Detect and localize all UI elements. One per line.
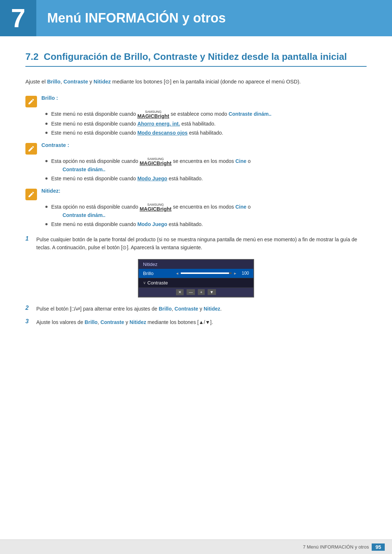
menu-title-bar: Nitidez — [139, 260, 253, 269]
brillo-bullet-3: Este menú no está disponible cuando Modo… — [45, 129, 367, 137]
step-3: 3 Ajuste los valores de Brillo, Contrast… — [25, 318, 367, 326]
nitidez-bullet-1: Esta opción no está disponible cuando SA… — [45, 203, 367, 219]
contraste-title: Contraste : — [41, 142, 69, 148]
nitidez-note-block: Nitidez: — [25, 188, 367, 200]
ahorro-energ-link: Ahorro energ. int. — [137, 121, 180, 127]
contraste-bullet-1-text: Esta opción no está disponible cuando SA… — [51, 157, 250, 173]
brillo-bullet-3-text: Este menú no está disponible cuando Modo… — [51, 129, 223, 137]
note-pencil-icon — [28, 98, 35, 105]
menu-brillo-label: Brillo — [143, 271, 175, 276]
step-number-3: 3 — [25, 318, 36, 325]
chapter-header: 7 Menú INFORMACIÓN y otros — [0, 0, 392, 36]
page-footer: 7 Menú INFORMACIÓN y otros 95 — [0, 539, 392, 554]
menu-contraste-label: Contraste — [147, 280, 249, 286]
brillo-note-block: Brillo : — [25, 95, 367, 107]
nitidez-bullet-2-text: Este menú no está disponible cuando Modo… — [51, 221, 203, 228]
bullet-dot — [45, 223, 48, 225]
menu-screenshot: Nitidez Brillo ◄ ► 100 ∨ Contraste ✕ — [138, 259, 254, 297]
step2-brillo: Brillo — [159, 306, 172, 312]
menu-slider-area: ◄ ► 100 — [175, 271, 249, 276]
note-pencil-icon-3 — [28, 191, 35, 198]
nitidez-title: Nitidez: — [41, 188, 60, 194]
contraste-bullet-2: Este menú no está disponible cuando Modo… — [45, 175, 367, 182]
step3-brillo: Brillo — [85, 319, 98, 325]
nitidez-note-icon — [25, 189, 37, 200]
bullet-dot — [45, 160, 48, 162]
brillo-bullet-1: Este menú no está disponible cuando SAMS… — [45, 110, 367, 119]
chevron-icon: ∨ — [143, 280, 146, 285]
step-1: 1 Pulse cualquier botón de la parte fron… — [25, 235, 367, 252]
magic-bright-1: SAMSUNGMAGICBright — [137, 110, 169, 119]
menu-btn-minus[interactable]: — — [187, 289, 195, 295]
brillo-bullet-2-text: Este menú no está disponible cuando Ahor… — [51, 120, 216, 128]
menu-slider-track — [181, 272, 232, 274]
bullet-dot — [45, 113, 48, 115]
step2-contraste: Contraste — [175, 306, 198, 312]
modo-juego-bold: Modo Juego — [137, 221, 167, 227]
menu-arrow-left: ◄ — [175, 271, 179, 275]
intro-comma1: , — [61, 79, 64, 85]
step-2: 2 Pulse el botón [□/⇄] para alternar ent… — [25, 305, 367, 313]
menu-row-brillo: Brillo ◄ ► 100 — [139, 269, 253, 278]
contraste-dinamico-3: Contraste dinám.. — [62, 212, 105, 218]
intro-contraste: Contraste — [64, 79, 88, 85]
menu-btn-plus[interactable]: + — [198, 289, 204, 295]
magic-bright-3: SAMSUNGMAGICBright — [140, 203, 172, 212]
section-heading: 7.2 Configuración de Brillo, Contraste y… — [25, 51, 367, 67]
intro-brillo: Brillo — [47, 79, 61, 85]
note-pencil-icon-2 — [28, 145, 35, 152]
section-title: Configuración de Brillo, Contraste y Nit… — [44, 51, 347, 62]
chapter-title: Menú INFORMACIÓN y otros — [36, 11, 226, 26]
menu-row-contraste: ∨ Contraste — [139, 278, 253, 288]
menu-slider-fill — [181, 272, 229, 274]
step-3-text: Ajuste los valores de Brillo, Contraste … — [36, 318, 213, 326]
menu-btn-down[interactable]: ▼ — [208, 289, 216, 295]
modo-juego-link-1: Modo Juego — [137, 176, 167, 181]
brillo-bullet-2: Este menú no está disponible cuando Ahor… — [45, 120, 367, 128]
intro-paragraph: Ajuste el Brillo, Contraste y Nitidez me… — [25, 78, 367, 86]
step3-contraste: Contraste — [101, 319, 124, 325]
bullet-dot — [45, 206, 48, 208]
brillo-bullet-1-text: Este menú no está disponible cuando SAMS… — [51, 110, 271, 119]
step2-nitidez: Nitidez — [204, 306, 220, 312]
intro-nitidez: Nitidez — [94, 79, 111, 85]
bullet-dot — [45, 123, 48, 125]
contraste-dinamico-1: Contraste dinám.. — [229, 111, 271, 117]
step-1-container: 1 Pulse cualquier botón de la parte fron… — [25, 235, 367, 297]
bullet-dot — [45, 132, 48, 134]
bullet-dot — [45, 177, 48, 180]
menu-bottom-bar: ✕ — + ▼ — [139, 288, 253, 297]
menu-title: Nitidez — [143, 262, 158, 267]
intro-text-before: Ajuste el — [25, 79, 47, 85]
contraste-bullet-2-text: Este menú no está disponible cuando Modo… — [51, 175, 203, 182]
step-number-1: 1 — [25, 235, 36, 242]
footer-text: 7 Menú INFORMACIÓN y otros — [303, 544, 369, 550]
step-1-text: Pulse cualquier botón de la parte fronta… — [36, 235, 367, 252]
contraste-colon: : — [66, 142, 69, 148]
contraste-bullet-1: Esta opción no está disponible cuando SA… — [45, 157, 367, 173]
step-number-2: 2 — [25, 305, 36, 311]
menu-arrow-right: ► — [233, 271, 237, 275]
brillo-colon: : — [55, 95, 58, 101]
nitidez-bullet-list: Esta opción no está disponible cuando SA… — [45, 203, 367, 228]
brillo-title: Brillo : — [41, 95, 58, 101]
chapter-number: 7 — [11, 3, 25, 33]
main-content: 7.2 Configuración de Brillo, Contraste y… — [0, 36, 392, 361]
section-number: 7.2 — [25, 51, 38, 62]
contraste-bullet-list: Esta opción no está disponible cuando SA… — [45, 157, 367, 182]
cine-2: Cine — [235, 204, 246, 210]
menu-value: 100 — [239, 271, 249, 276]
chapter-number-box: 7 — [0, 0, 36, 36]
step3-nitidez: Nitidez — [130, 319, 146, 325]
contraste-note-icon — [25, 143, 37, 155]
contraste-note-block: Contraste : — [25, 142, 367, 155]
contraste-dinamico-2: Contraste dinám.. — [62, 167, 105, 172]
magic-bright-2: SAMSUNGMAGICBright — [140, 157, 172, 166]
brillo-bullet-list: Este menú no está disponible cuando SAMS… — [45, 110, 367, 137]
menu-btn-x[interactable]: ✕ — [176, 289, 184, 295]
footer-page-number: 95 — [372, 543, 385, 551]
nitidez-bullet-1-text: Esta opción no está disponible cuando SA… — [51, 203, 250, 219]
modo-descanso-link: Modo descanso ojos — [137, 130, 187, 136]
nitidez-colon: : — [59, 188, 61, 194]
intro-text-after: mediante los botones [⊙] en la pantalla … — [111, 79, 301, 85]
